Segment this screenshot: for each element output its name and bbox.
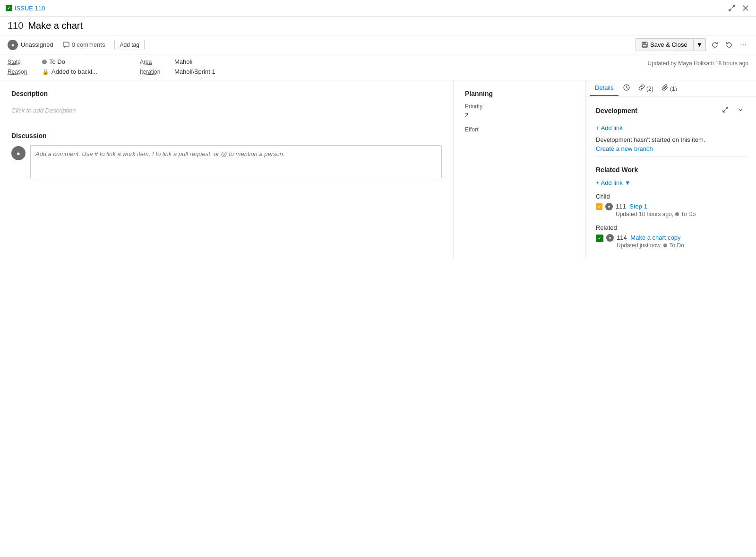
related-work-title: Related Work (596, 166, 747, 174)
more-actions-button[interactable]: ⋯ (738, 39, 748, 51)
related-item-status-dot-0 (663, 244, 667, 247)
tab-details[interactable]: Details (590, 80, 619, 96)
undo-button[interactable] (724, 40, 734, 50)
save-close-dropdown-button[interactable]: ▼ (693, 39, 705, 51)
effort-field: Effort (465, 126, 574, 133)
expand-button[interactable] (727, 3, 737, 13)
meta-right: Save & Close ▼ ⋯ (636, 38, 748, 51)
top-bar: ✓ ISSUE 110 (0, 0, 756, 17)
updated-info: Updated by Maya Holikatti 18 hours ago (648, 58, 748, 67)
title-row: 110 Make a chart (0, 17, 756, 35)
related-label: Related (596, 224, 747, 231)
save-close-button[interactable]: Save & Close ▼ (636, 38, 706, 51)
child-item-checkbox-0[interactable]: ✓ (596, 203, 602, 210)
iteration-row: Iteration Maholi\Sprint 1 (140, 68, 215, 75)
discussion-section: Discussion ● (11, 132, 442, 178)
related-item-0: ✓ ● 114 Make a chart copy Updated just n… (596, 234, 747, 249)
svg-rect-6 (644, 42, 646, 44)
iteration-value[interactable]: Maholi\Sprint 1 (174, 68, 215, 75)
comment-input[interactable] (30, 145, 442, 178)
development-header: Development (596, 104, 747, 117)
svg-rect-7 (643, 45, 647, 47)
top-bar-actions (727, 3, 750, 13)
reason-value[interactable]: 🔒 Added to backl... (42, 68, 97, 75)
work-item-title[interactable]: Make a chart (28, 20, 83, 31)
planning-title: Planning (465, 90, 574, 97)
child-item-link-row-0: 111 Step 1 (616, 203, 696, 210)
related-item-id-0: 114 (617, 234, 627, 241)
state-fields: State To Do Reason 🔒 Added to backl... (8, 58, 121, 75)
avatar: ● (8, 40, 18, 50)
divider-1 (596, 156, 747, 157)
create-branch-link[interactable]: Create a new branch (596, 145, 653, 152)
right-panel: Development (586, 96, 756, 258)
state-label: State (8, 59, 38, 65)
middle-panel: Planning Priority 2 Effort (454, 80, 586, 258)
add-tag-button[interactable]: Add tag (114, 40, 144, 50)
related-item-title-link-0[interactable]: Make a chart copy (630, 234, 680, 241)
area-label: Area (140, 59, 171, 65)
meta-row: ● Unassigned 0 comments Add tag Save & C… (0, 35, 756, 54)
development-expand-button[interactable] (719, 104, 732, 117)
related-item-link-row-0: 114 Make a chart copy (617, 234, 684, 241)
comments-count: 0 comments (72, 41, 105, 48)
child-item-0: ✓ ● 111 Step 1 Updated 18 hours ago, To … (596, 203, 747, 218)
related-item-type-icon-0: ✓ (596, 235, 603, 242)
discussion-title: Discussion (11, 132, 442, 139)
right-section: Details (2) (1) (586, 80, 756, 258)
state-value[interactable]: To Do (42, 58, 65, 65)
development-status-text: Development hasn't started on this item. (596, 136, 747, 143)
assignee-label: Unassigned (21, 41, 53, 48)
content-area: Description Click to add Description Dis… (0, 80, 756, 258)
issue-link-label: ISSUE 110 (15, 5, 45, 12)
fields-row: State To Do Reason 🔒 Added to backl... A… (0, 54, 756, 80)
description-placeholder[interactable]: Click to add Description (11, 103, 442, 118)
svg-line-10 (723, 110, 725, 113)
save-close-main-button[interactable]: Save & Close (636, 39, 693, 51)
assignee-section[interactable]: ● Unassigned (8, 40, 53, 50)
issue-link[interactable]: ✓ ISSUE 110 (6, 5, 45, 12)
left-panel: Description Click to add Description Dis… (0, 80, 454, 258)
svg-rect-4 (63, 42, 69, 46)
development-add-link-button[interactable]: + Add link (596, 123, 623, 132)
child-item-info-0: 111 Step 1 Updated 18 hours ago, To Do (616, 203, 696, 218)
tab-links-button[interactable]: (2) (635, 81, 657, 95)
state-row: State To Do (8, 58, 121, 65)
svg-line-9 (726, 107, 728, 110)
effort-label: Effort (465, 126, 574, 133)
issue-type-icon: ✓ (6, 5, 12, 11)
child-item-status-dot-0 (675, 212, 679, 216)
comment-area: ● (11, 145, 442, 178)
child-item-title-link-0[interactable]: Step 1 (629, 203, 647, 210)
area-row: Area Maholi (140, 58, 215, 65)
priority-value[interactable]: 2 (465, 112, 574, 119)
attachments-badge: (1) (670, 86, 677, 92)
tab-history-button[interactable] (619, 81, 634, 95)
tab-attachments-button[interactable]: (1) (658, 81, 681, 95)
development-title: Development (596, 107, 637, 114)
work-item-number: 110 (8, 20, 23, 31)
comments-button[interactable]: 0 comments (63, 41, 105, 48)
links-badge: (2) (646, 86, 653, 92)
refresh-button[interactable] (710, 40, 720, 50)
related-item-info-0: 114 Make a chart copy Updated just now, … (617, 234, 684, 249)
area-value[interactable]: Maholi (174, 58, 192, 65)
iteration-label: Iteration (140, 69, 171, 75)
related-work-section: Related Work + Add link ▼ Child ✓ ● 111 … (596, 166, 747, 249)
commenter-avatar: ● (11, 146, 26, 160)
left-middle-area: Description Click to add Description Dis… (0, 80, 586, 258)
priority-field: Priority 2 (465, 103, 574, 119)
priority-label: Priority (465, 103, 574, 110)
child-label: Child (596, 193, 747, 200)
area-fields: Area Maholi Iteration Maholi\Sprint 1 (140, 58, 215, 75)
child-item-type-icon-0: ● (605, 203, 613, 210)
development-header-actions (719, 104, 747, 117)
child-item-id-0: 111 (616, 203, 626, 210)
reason-row: Reason 🔒 Added to backl... (8, 68, 121, 75)
right-tabs: Details (2) (1) (586, 80, 756, 96)
reason-label: Reason (8, 69, 38, 75)
close-button[interactable] (741, 3, 750, 13)
state-dot (42, 60, 47, 64)
development-collapse-button[interactable] (734, 104, 747, 117)
related-work-add-link-button[interactable]: + Add link ▼ (596, 178, 631, 187)
